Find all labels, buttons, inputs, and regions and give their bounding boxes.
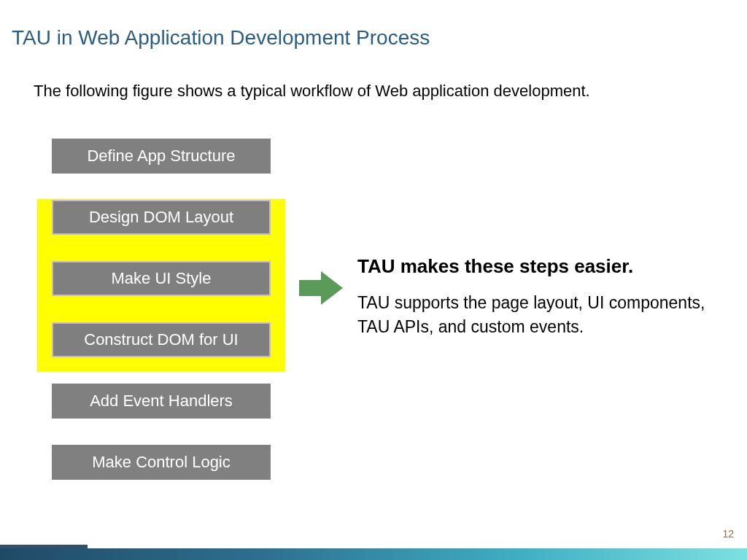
page-title: TAU in Web Application Development Proce…	[12, 26, 430, 50]
steps-column: Define App Structure Design DOM Layout M…	[41, 139, 282, 506]
callout-box: TAU makes these steps easier. TAU suppor…	[357, 255, 708, 340]
arrow-icon	[299, 271, 343, 305]
footer-bar	[0, 548, 747, 560]
step-add-event-handlers: Add Event Handlers	[52, 384, 271, 419]
step-make-ui-style: Make UI Style	[52, 261, 271, 296]
page-number: 12	[722, 528, 734, 540]
step-construct-dom-for-ui: Construct DOM for UI	[52, 322, 271, 357]
intro-text: The following figure shows a typical wor…	[34, 82, 590, 101]
svg-marker-0	[299, 271, 343, 305]
callout-body: TAU supports the page layout, UI compone…	[357, 291, 708, 340]
step-make-control-logic: Make Control Logic	[52, 445, 271, 480]
callout-title: TAU makes these steps easier.	[357, 255, 708, 278]
step-define-app-structure: Define App Structure	[52, 139, 271, 174]
step-design-dom-layout: Design DOM Layout	[52, 200, 271, 235]
